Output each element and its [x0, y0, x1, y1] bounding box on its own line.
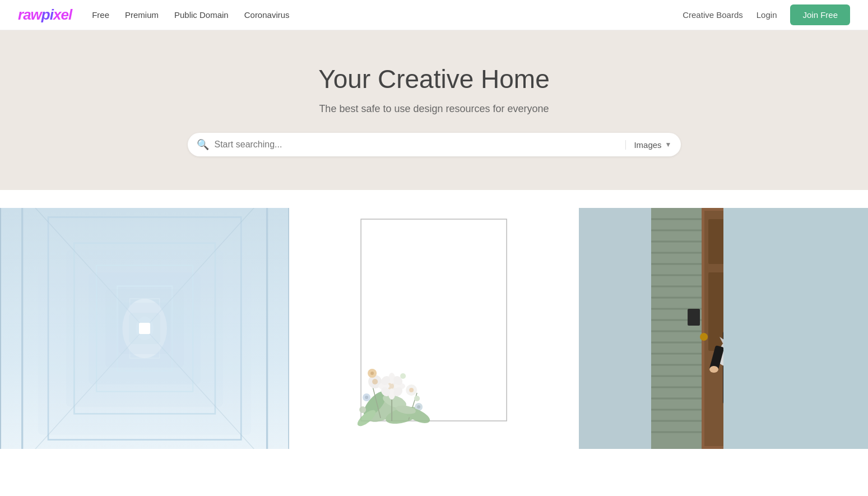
hero-section: Your Creative Home The best safe to use …: [0, 30, 868, 190]
svg-point-9: [136, 317, 154, 340]
nav-creative-boards[interactable]: Creative Boards: [683, 10, 743, 20]
nav-premium[interactable]: Premium: [125, 10, 159, 20]
search-filter-dropdown[interactable]: Images ▼: [625, 140, 671, 150]
gallery-item-floral[interactable]: [289, 208, 578, 449]
search-filter-label: Images: [634, 140, 661, 150]
logo[interactable]: rawpixel: [18, 6, 72, 24]
svg-point-44: [414, 396, 420, 401]
svg-point-45: [359, 406, 366, 413]
svg-rect-49: [579, 208, 651, 449]
nav-coronavirus[interactable]: Coronavirus: [244, 10, 290, 20]
hallway-image: [0, 208, 289, 449]
svg-point-8: [122, 299, 166, 358]
search-bar[interactable]: 🔍 Images ▼: [188, 133, 681, 156]
hero-title: Your Creative Home: [11, 64, 857, 94]
svg-point-26: [372, 379, 378, 384]
nav-login[interactable]: Login: [756, 10, 777, 20]
svg-point-91: [709, 366, 718, 373]
svg-rect-78: [688, 309, 700, 326]
svg-point-28: [409, 388, 414, 392]
join-free-button[interactable]: Join Free: [790, 4, 850, 25]
navbar: rawpixel Free Premium Public Domain Coro…: [0, 0, 868, 30]
search-input[interactable]: [215, 140, 621, 150]
search-icon: 🔍: [197, 138, 209, 151]
svg-rect-14: [324, 208, 543, 449]
svg-rect-0: [0, 208, 289, 449]
gallery-item-hallway[interactable]: [0, 208, 289, 449]
svg-rect-74: [708, 219, 723, 264]
svg-point-77: [700, 333, 708, 341]
svg-point-40: [417, 405, 420, 409]
nav-right: Creative Boards Login Join Free: [683, 4, 850, 25]
svg-point-43: [400, 373, 406, 379]
svg-point-42: [370, 372, 374, 375]
gallery: [0, 190, 868, 449]
nav-public-domain[interactable]: Public Domain: [174, 10, 229, 20]
chevron-down-icon: ▼: [665, 141, 672, 149]
gallery-item-portrait[interactable]: [579, 208, 868, 449]
hero-subtitle: The best safe to use design resources fo…: [11, 103, 857, 115]
nav-links: Free Premium Public Domain Coronavirus: [92, 10, 683, 20]
nav-free[interactable]: Free: [92, 10, 109, 20]
svg-point-38: [365, 396, 368, 399]
